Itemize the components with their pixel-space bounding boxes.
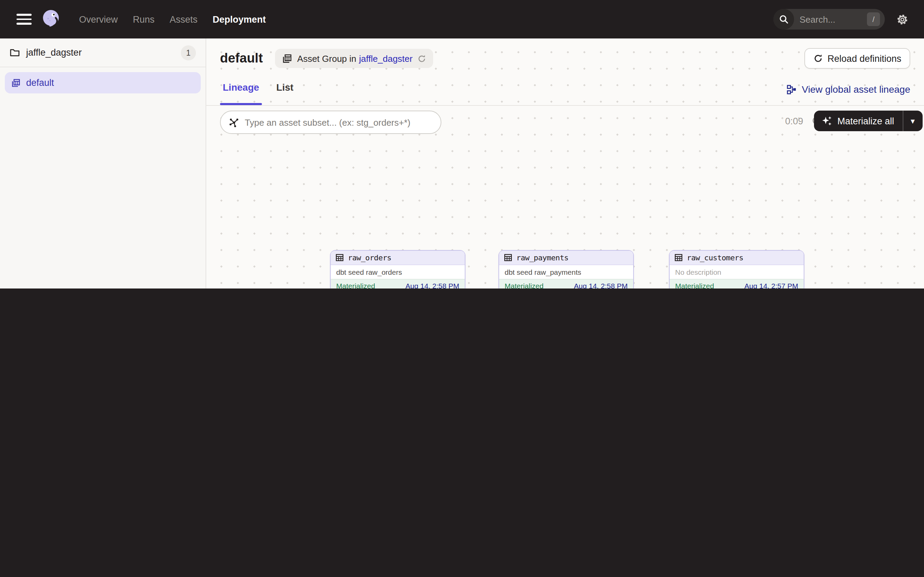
nav-item-deployment[interactable]: Deployment bbox=[213, 14, 266, 24]
search-icon bbox=[774, 9, 794, 29]
search-input[interactable]: Search... / bbox=[774, 9, 885, 29]
asset-node-header: raw_customers bbox=[670, 251, 804, 265]
asset-node-raw_orders[interactable]: raw_ordersdbt seed raw_ordersMaterialize… bbox=[330, 250, 465, 288]
nav-item-runs[interactable]: Runs bbox=[133, 14, 155, 24]
table-icon bbox=[504, 253, 512, 262]
table-icon bbox=[336, 253, 344, 262]
dagster-app: Overview Runs Assets Deployment Search..… bbox=[0, 0, 924, 288]
top-nav: Overview Runs Assets Deployment Search..… bbox=[0, 0, 924, 39]
asset-node-description: dbt seed raw_orders bbox=[331, 265, 465, 279]
asset-name: raw_orders bbox=[348, 253, 391, 262]
asset-node-status: MaterializedAug 14, 2:57 PM bbox=[670, 279, 804, 288]
group-count-badge: 1 bbox=[181, 45, 196, 60]
hamburger-menu-icon[interactable] bbox=[16, 14, 32, 25]
sidebar-item-default-group[interactable]: default bbox=[5, 72, 201, 93]
sidebar-selected-label: default bbox=[26, 77, 54, 88]
table-icon bbox=[674, 253, 683, 262]
asset-group-icon bbox=[11, 78, 21, 88]
asset-node-status: MaterializedAug 14, 2:58 PM bbox=[331, 279, 465, 288]
asset-node-raw_customers[interactable]: raw_customersNo descriptionMaterializedA… bbox=[669, 250, 804, 288]
asset-name: raw_customers bbox=[687, 253, 743, 262]
search-shortcut-key: / bbox=[867, 12, 880, 26]
main-pane: default Asset Group in jaffle_dagster Re… bbox=[206, 39, 924, 288]
settings-gear-icon[interactable] bbox=[896, 13, 909, 26]
search-placeholder: Search... bbox=[800, 14, 867, 24]
nav-item-overview[interactable]: Overview bbox=[79, 14, 118, 24]
asset-node-raw_payments[interactable]: raw_paymentsdbt seed raw_paymentsMateria… bbox=[498, 250, 634, 288]
asset-node-header: raw_orders bbox=[331, 251, 465, 265]
asset-node-description: dbt seed raw_payments bbox=[499, 265, 633, 279]
sidebar-item-label: jaffle_dagster bbox=[26, 47, 181, 58]
nav-links: Overview Runs Assets Deployment bbox=[79, 14, 266, 24]
lineage-graph-canvas[interactable]: raw_ordersdbt seed raw_ordersMaterialize… bbox=[206, 106, 924, 288]
asset-node-header: raw_payments bbox=[499, 251, 633, 265]
dagster-logo-icon[interactable] bbox=[40, 8, 63, 30]
asset-node-status: MaterializedAug 14, 2:58 PM bbox=[499, 279, 633, 288]
nav-item-assets[interactable]: Assets bbox=[170, 14, 198, 24]
sidebar-item-jaffle-dagster[interactable]: jaffle_dagster 1 bbox=[0, 39, 205, 67]
folder-icon bbox=[10, 48, 20, 57]
asset-node-description: No description bbox=[670, 265, 804, 279]
code-location-sidebar: jaffle_dagster 1 default jaffle_dagster bbox=[0, 39, 206, 288]
asset-name: raw_payments bbox=[516, 253, 569, 262]
